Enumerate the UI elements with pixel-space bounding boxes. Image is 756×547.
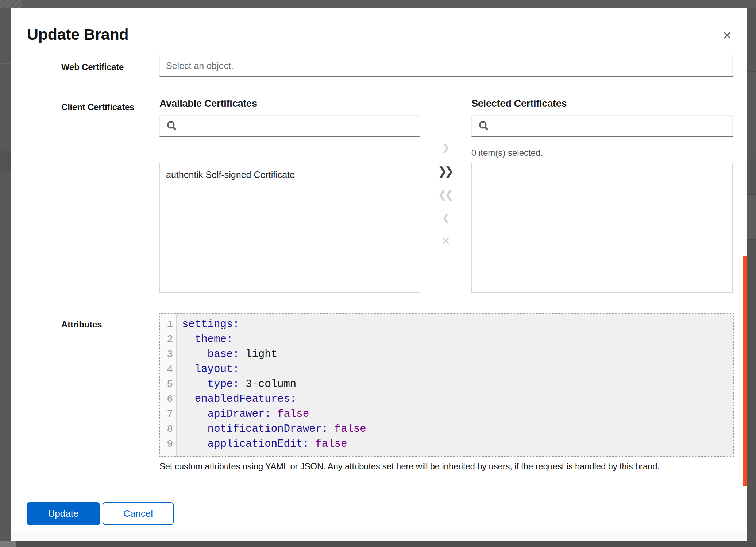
move-all-to-right-button[interactable]: ❯❯ (435, 163, 457, 179)
available-search-box[interactable] (159, 115, 420, 137)
code-line: settings: (182, 317, 366, 332)
web-certificate-select[interactable] (159, 55, 733, 77)
code-line: base: light (182, 347, 366, 362)
page-scrollbar-thumb[interactable] (743, 256, 747, 486)
underlying-right-strip (747, 8, 756, 541)
line-number: 6 (160, 392, 176, 407)
line-number: 2 (160, 332, 176, 347)
line-number: 1 (160, 317, 176, 332)
underlying-bottom-strip (0, 541, 756, 547)
modal-title: Update Brand (27, 25, 128, 43)
underlying-logo-area (0, 0, 22, 8)
transfer-controls: ❯❯❯❮❮❮✕ (435, 140, 457, 256)
modal-footer-band (11, 531, 747, 541)
search-icon (160, 120, 178, 132)
move-selected-to-left-button[interactable]: ❮ (435, 210, 457, 226)
move-selected-to-right-button[interactable]: ❯ (435, 140, 457, 156)
line-number: 9 (160, 437, 176, 451)
certificate-item[interactable]: authentik Self-signed Certificate (160, 163, 420, 181)
code-line: type: 3-column (182, 377, 366, 392)
code-line: notificationDrawer: false (182, 422, 366, 437)
line-number: 4 (160, 362, 176, 377)
underlying-header-band (0, 0, 756, 8)
web-certificate-label: Web Certificate (61, 62, 124, 73)
underlying-bottom-left-block (0, 541, 16, 547)
selected-count-status: 0 item(s) selected. (471, 147, 543, 158)
line-number: 7 (160, 407, 176, 422)
available-search-input[interactable] (178, 116, 420, 136)
selected-search-input[interactable] (490, 116, 732, 136)
code-line: enabledFeatures: (182, 392, 366, 407)
move-all-to-left-button[interactable]: ❮❮ (435, 186, 457, 202)
update-button[interactable]: Update (27, 502, 100, 525)
selected-certificates-list[interactable] (471, 163, 733, 293)
available-certificates-heading: Available Certificates (159, 97, 257, 110)
code-line: applicationEdit: false (182, 437, 366, 451)
cancel-button[interactable]: Cancel (103, 502, 174, 525)
web-certificate-input[interactable] (160, 55, 732, 76)
clear-selection-button[interactable]: ✕ (435, 233, 457, 249)
search-icon (472, 120, 490, 132)
code-line: layout: (182, 362, 366, 377)
selected-certificates-heading: Selected Certificates (471, 97, 567, 110)
attributes-label: Attributes (61, 319, 102, 330)
line-number: 3 (160, 347, 176, 362)
update-brand-modal: Update Brand ✕ Web Certificate Client Ce… (11, 8, 747, 541)
client-certificates-label: Client Certificates (61, 102, 134, 113)
code-line: apiDrawer: false (182, 407, 366, 422)
attributes-code-editor[interactable]: 123456789 settings: theme: base: light l… (159, 313, 734, 457)
line-number: 5 (160, 377, 176, 392)
close-icon: ✕ (722, 29, 732, 42)
code-line: theme: (182, 332, 366, 347)
available-certificates-list[interactable]: authentik Self-signed Certificate (159, 163, 420, 293)
underlying-left-strip (0, 8, 11, 541)
code-lines[interactable]: settings: theme: base: light layout: typ… (177, 314, 366, 456)
close-button[interactable]: ✕ (717, 26, 737, 45)
attributes-help-text: Set custom attributes using YAML or JSON… (159, 461, 743, 472)
code-gutter: 123456789 (160, 314, 177, 456)
line-number: 8 (160, 422, 176, 437)
selected-search-box[interactable] (471, 115, 733, 137)
